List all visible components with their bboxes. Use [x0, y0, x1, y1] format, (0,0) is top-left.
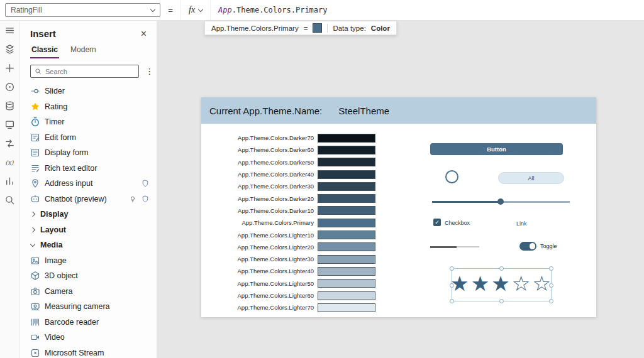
color-swatch[interactable]: [318, 146, 375, 155]
insert-panel-header: Insert ×: [20, 21, 157, 41]
selection-handle-s[interactable]: [499, 299, 504, 303]
swatch-row[interactable]: App.Theme.Colors.Lighter30: [201, 253, 375, 265]
formula-bar-row: RatingFill = fx App.Theme.Colors.Primary: [0, 0, 644, 21]
selection-handle-w[interactable]: [450, 283, 454, 288]
power-automate-icon[interactable]: [4, 138, 16, 149]
tab-classic[interactable]: Classic: [30, 43, 59, 58]
preview-radio-control[interactable]: [445, 170, 458, 183]
insert-item-microsoft-stream[interactable]: Microsoft Stream: [20, 345, 157, 358]
color-swatch[interactable]: [318, 170, 375, 179]
rating-control-selected[interactable]: ★★★☆☆: [452, 268, 552, 301]
selection-handle-ne[interactable]: [549, 266, 553, 271]
video-icon: [30, 332, 40, 342]
more-options-icon[interactable]: ⋮: [145, 67, 153, 76]
color-swatch[interactable]: [318, 255, 375, 264]
rating-stars[interactable]: ★★★☆☆: [450, 273, 553, 294]
selection-handle-nw[interactable]: [450, 266, 454, 271]
swatch-row[interactable]: App.Theme.Colors.Primary: [201, 217, 375, 229]
insert-icon[interactable]: [4, 62, 16, 73]
color-swatch[interactable]: [318, 219, 375, 227]
swatch-row[interactable]: App.Theme.Colors.Lighter10: [201, 229, 375, 241]
swatch-row[interactable]: App.Theme.Colors.Darker50: [201, 156, 375, 168]
color-swatch[interactable]: [318, 206, 375, 215]
insert-item-barcode-reader[interactable]: Barcode reader: [20, 315, 157, 330]
insert-item-3d-object[interactable]: 3D object: [20, 268, 157, 284]
insert-item-image[interactable]: Image: [20, 253, 157, 269]
insert-section-media[interactable]: Media: [20, 237, 157, 253]
swatch-row[interactable]: App.Theme.Colors.Lighter40: [201, 265, 375, 277]
insert-item-slider[interactable]: Slider: [20, 84, 157, 99]
swatch-row[interactable]: App.Theme.Colors.Darker10: [201, 205, 375, 217]
data-icon[interactable]: [4, 100, 16, 111]
theme-icon[interactable]: [4, 81, 16, 92]
preview-toggle-control[interactable]: [519, 242, 536, 251]
insert-item-edit-form[interactable]: Edit form: [20, 130, 157, 146]
preview-slider-knob[interactable]: [497, 198, 504, 205]
swatch-row[interactable]: App.Theme.Colors.Darker60: [201, 144, 375, 156]
swatch-row[interactable]: App.Theme.Colors.Lighter20: [201, 241, 375, 253]
insert-item-display-form[interactable]: Display form: [20, 145, 157, 161]
selection-handle-n[interactable]: [499, 266, 504, 271]
preview-button-control[interactable]: Button: [430, 143, 563, 155]
app-screen-artboard[interactable]: Current App.Theme.Name: SteelTheme App.T…: [201, 97, 596, 317]
insert-item-address-input[interactable]: Address input: [20, 176, 157, 192]
insert-item-label: Edit form: [45, 133, 149, 142]
color-swatch[interactable]: [318, 182, 375, 191]
swatch-row[interactable]: App.Theme.Colors.Lighter70: [201, 301, 375, 313]
color-swatch[interactable]: [318, 194, 375, 203]
preview-checkbox-control[interactable]: ✓: [433, 219, 441, 226]
color-swatch[interactable]: [318, 231, 375, 239]
swatch-row[interactable]: App.Theme.Colors.Darker20: [201, 192, 375, 204]
variables-icon[interactable]: (x): [4, 156, 16, 168]
chevron-right-icon: [30, 227, 35, 232]
tests-icon[interactable]: [4, 175, 16, 187]
insert-item-chatbot[interactable]: Chatbot (preview): [20, 192, 157, 207]
search-input-wrap[interactable]: [30, 65, 139, 78]
search-input[interactable]: [45, 68, 135, 75]
color-swatch[interactable]: [318, 291, 375, 300]
divider: [327, 24, 328, 33]
fx-dropdown-button[interactable]: fx: [180, 0, 210, 20]
color-swatch[interactable]: [318, 303, 375, 312]
color-swatch[interactable]: [318, 134, 375, 143]
color-swatch[interactable]: [318, 267, 375, 276]
close-icon[interactable]: ×: [141, 29, 147, 39]
search-icon[interactable]: [4, 194, 16, 205]
insert-section-layout[interactable]: Layout: [20, 222, 157, 238]
selection-handle-se[interactable]: [549, 299, 553, 303]
swatch-row[interactable]: App.Theme.Colors.Lighter60: [201, 290, 375, 301]
insert-item-video[interactable]: Video: [20, 330, 157, 345]
chevron-right-icon: [30, 212, 35, 217]
swatch-row[interactable]: App.Theme.Colors.Darker30: [201, 180, 375, 192]
color-swatch[interactable]: [318, 158, 375, 166]
insert-item-camera[interactable]: Camera: [20, 284, 157, 300]
selection-handle-e[interactable]: [549, 283, 553, 288]
swatch-label: App.Theme.Colors.Primary: [201, 219, 318, 226]
insert-item-timer[interactable]: Timer: [20, 114, 157, 130]
property-selector-dropdown[interactable]: RatingFill: [5, 3, 160, 17]
hamburger-menu-icon[interactable]: [4, 24, 16, 36]
design-canvas[interactable]: Current App.Theme.Name: SteelTheme App.T…: [157, 21, 644, 358]
tree-view-icon[interactable]: [4, 43, 16, 55]
color-swatch[interactable]: [318, 279, 375, 288]
screens-icon[interactable]: [4, 119, 16, 130]
swatch-row[interactable]: App.Theme.Colors.Darker40: [201, 168, 375, 180]
preview-dropdown-pill[interactable]: All: [498, 172, 564, 184]
insert-section-display[interactable]: Display: [20, 207, 157, 222]
insert-item-measuring-camera[interactable]: Measuring camera: [20, 299, 157, 315]
color-swatch[interactable]: [318, 242, 375, 251]
theme-swatch-list: App.Theme.Colors.Darker70 App.Theme.Colo…: [201, 132, 375, 313]
swatch-label: App.Theme.Colors.Darker30: [201, 183, 318, 190]
insert-item-rating[interactable]: Rating: [20, 99, 157, 115]
formula-input[interactable]: App.Theme.Colors.Primary: [210, 0, 644, 20]
preview-link-control[interactable]: Link: [516, 220, 527, 227]
preview-toggle-label: Toggle: [540, 243, 557, 249]
swatch-row[interactable]: App.Theme.Colors.Lighter50: [201, 278, 375, 290]
theme-header-banner[interactable]: Current App.Theme.Name: SteelTheme: [201, 97, 596, 124]
result-equals: =: [304, 24, 308, 32]
swatch-row[interactable]: App.Theme.Colors.Darker70: [201, 132, 375, 144]
insert-control-list: Slider Rating Timer Edit form Display fo…: [20, 82, 157, 358]
insert-item-rich-text-editor[interactable]: Rich text editor: [20, 161, 157, 176]
tab-modern[interactable]: Modern: [69, 43, 97, 58]
selection-handle-sw[interactable]: [450, 299, 454, 303]
